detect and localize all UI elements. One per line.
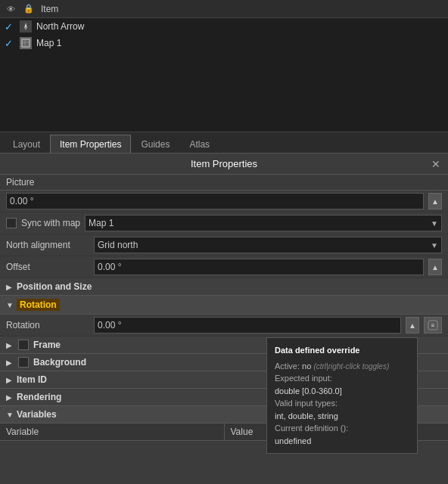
rotation-input[interactable] bbox=[94, 317, 401, 334]
tooltip-active-row: Active: no (ctrl|right-click toggles) bbox=[275, 360, 409, 373]
map1-label[interactable]: Map 1 bbox=[36, 38, 61, 48]
item-column-header: Item bbox=[41, 4, 58, 14]
tooltip-expected-row: Expected input: bbox=[275, 372, 409, 385]
rotation-section-title: Rotation bbox=[17, 299, 60, 311]
picture-rotation-row: ▲ bbox=[0, 191, 448, 213]
rotation-input-row: Rotation ▲ ≡ Data defined override Activ… bbox=[0, 315, 448, 337]
north-alignment-label: North alignment bbox=[6, 240, 89, 250]
background-checkbox[interactable] bbox=[18, 357, 29, 368]
tooltip-valid-row: Valid input types: bbox=[275, 397, 409, 410]
data-defined-override-button[interactable]: ≡ bbox=[424, 317, 442, 334]
item-id-arrow: ▶ bbox=[6, 376, 14, 384]
data-defined-tooltip: Data defined override Active: no (ctrl|r… bbox=[266, 337, 418, 454]
tab-bar: Layout Item Properties Guides Atlas bbox=[0, 132, 448, 154]
sync-map-row: Sync with map Map 1 ▼ bbox=[0, 213, 448, 234]
layer-header: 👁 🔒 Item bbox=[0, 0, 448, 18]
tooltip-expected-key: Expected input: bbox=[275, 374, 332, 383]
variable-col-header: Variable bbox=[0, 424, 225, 440]
position-size-title: Position and Size bbox=[17, 281, 92, 292]
tooltip-active-val: no bbox=[302, 361, 311, 371]
tooltip-valid-val: int, double, string bbox=[275, 411, 338, 420]
north-arrow-icon bbox=[20, 20, 32, 33]
background-title: Background bbox=[33, 357, 86, 368]
rotation-spin-up[interactable]: ▲ bbox=[428, 193, 442, 209]
layer-item-north-arrow[interactable]: ✓ North Arrow bbox=[0, 18, 448, 35]
tab-layout[interactable]: Layout bbox=[3, 135, 50, 153]
layer-panel: 👁 🔒 Item ✓ North Arrow ✓ Map 1 bbox=[0, 0, 448, 132]
tab-item-properties[interactable]: Item Properties bbox=[50, 135, 131, 153]
properties-header: Item Properties ✕ bbox=[0, 154, 448, 175]
offset-input[interactable] bbox=[94, 259, 424, 275]
visibility-check-map[interactable]: ✓ bbox=[5, 38, 15, 49]
frame-title: Frame bbox=[33, 340, 61, 350]
rotation-section-arrow: ▼ bbox=[6, 301, 14, 309]
tab-guides[interactable]: Guides bbox=[131, 135, 179, 153]
rotation-input-label: Rotation bbox=[6, 320, 89, 330]
tooltip-current-val-row: undefined bbox=[275, 435, 409, 448]
variables-title: Variables bbox=[17, 409, 57, 420]
tab-atlas[interactable]: Atlas bbox=[179, 135, 219, 153]
tooltip-current-row: Current definition (): bbox=[275, 422, 409, 435]
map-dropdown-value: Map 1 bbox=[89, 218, 114, 228]
position-size-header[interactable]: ▶ Position and Size bbox=[0, 278, 448, 296]
rotation-value-spin[interactable]: ▲ bbox=[406, 317, 419, 334]
tooltip-expected-val-row: double [0.0-360.0] bbox=[275, 385, 409, 398]
rendering-arrow: ▶ bbox=[6, 393, 14, 402]
properties-title: Item Properties bbox=[18, 158, 430, 169]
picture-rotation-input[interactable] bbox=[6, 193, 424, 209]
layer-item-map1[interactable]: ✓ Map 1 bbox=[0, 35, 448, 51]
offset-label: Offset bbox=[6, 262, 89, 272]
frame-arrow: ▶ bbox=[6, 341, 14, 349]
offset-row: Offset ▲ bbox=[0, 256, 448, 278]
picture-section-label: Picture bbox=[0, 175, 448, 191]
offset-spin[interactable]: ▲ bbox=[428, 259, 442, 275]
tooltip-active-key: Active: bbox=[275, 361, 300, 371]
sync-map-label: Sync with map bbox=[21, 218, 80, 228]
tooltip-title: Data defined override bbox=[275, 344, 409, 357]
map-dropdown[interactable]: Map 1 ▼ bbox=[85, 215, 442, 231]
tooltip-expected-val: double [0.0-360.0] bbox=[275, 386, 342, 396]
svg-marker-0 bbox=[24, 23, 27, 28]
north-alignment-row: North alignment Grid north ▼ bbox=[0, 234, 448, 256]
position-size-arrow: ▶ bbox=[6, 283, 14, 291]
map-dropdown-arrow: ▼ bbox=[431, 219, 438, 228]
tooltip-current-key: Current definition (): bbox=[275, 424, 348, 433]
tooltip-active-hint: (ctrl|right-click toggles) bbox=[313, 362, 389, 371]
properties-panel: Picture ▲ Sync with map Map 1 ▼ North al… bbox=[0, 175, 448, 484]
close-button[interactable]: ✕ bbox=[430, 158, 442, 170]
tooltip-valid-key: Valid input types: bbox=[275, 399, 338, 408]
visibility-check-north[interactable]: ✓ bbox=[5, 21, 15, 33]
svg-text:≡: ≡ bbox=[431, 322, 435, 329]
item-id-title: Item ID bbox=[17, 374, 47, 385]
tooltip-valid-val-row: int, double, string bbox=[275, 410, 409, 423]
frame-checkbox[interactable] bbox=[18, 340, 29, 350]
background-arrow: ▶ bbox=[6, 358, 14, 367]
north-arrow-label[interactable]: North Arrow bbox=[36, 21, 84, 32]
north-alignment-arrow: ▼ bbox=[431, 241, 438, 250]
variables-arrow: ▼ bbox=[6, 411, 14, 419]
tooltip-current-val: undefined bbox=[275, 436, 311, 445]
svg-rect-2 bbox=[22, 39, 30, 47]
map-icon bbox=[20, 37, 32, 49]
north-alignment-value: Grid north bbox=[98, 240, 138, 250]
visibility-icon: 👁 bbox=[5, 3, 17, 15]
rendering-title: Rendering bbox=[17, 392, 61, 402]
sync-map-checkbox[interactable] bbox=[6, 218, 17, 228]
rotation-section-header[interactable]: ▼ Rotation bbox=[0, 296, 448, 315]
lock-icon: 🔒 bbox=[23, 3, 35, 15]
north-alignment-dropdown[interactable]: Grid north ▼ bbox=[94, 237, 442, 253]
